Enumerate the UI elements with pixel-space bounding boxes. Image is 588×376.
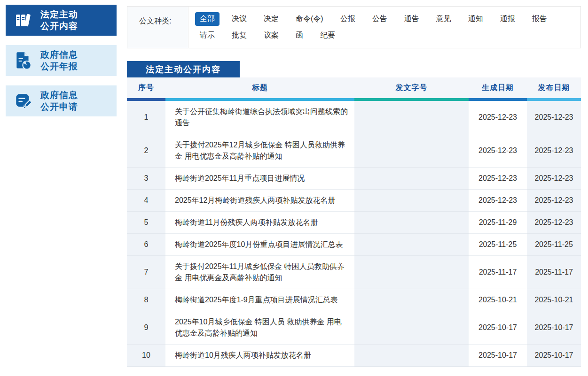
books-icon — [6, 11, 40, 30]
published-date-cell: 2025-10-21 — [527, 289, 581, 311]
serial-cell: 2 — [127, 134, 165, 168]
table-row: 10 梅岭街道10月残疾人两项补贴发放花名册 2025-10-17 2025-1… — [127, 345, 581, 367]
doc-number-cell — [354, 289, 469, 311]
created-date-cell: 2025-11-17 — [469, 256, 527, 289]
filter-option[interactable]: 通报 — [495, 12, 520, 26]
created-date-cell: 2025-10-17 — [469, 311, 527, 345]
document-pencil-icon — [6, 91, 40, 111]
serial-cell: 3 — [127, 168, 165, 190]
document-title-link[interactable]: 梅岭街道10月残疾人两项补贴发放花名册 — [165, 345, 354, 367]
col-header-serial: 序号 — [127, 77, 165, 98]
filter-label: 公文种类: — [127, 7, 188, 48]
table-row: 3 梅岭街道2025年11月重点项目进展情况 2025-12-23 2025-1… — [127, 168, 581, 190]
published-date-cell: 2025-12-23 — [527, 134, 581, 168]
sidebar-item-statutory-disclosure[interactable]: 法定主动 公开内容 — [6, 5, 117, 36]
filter-option[interactable]: 通知 — [463, 12, 488, 26]
created-date-cell: 2025-10-21 — [469, 289, 527, 311]
doc-number-cell — [354, 134, 469, 168]
published-date-cell: 2025-12-23 — [527, 212, 581, 234]
doc-number-cell — [354, 212, 469, 234]
sidebar-item-label: 政府信息 公开申请 — [40, 89, 78, 113]
document-title-link[interactable]: 梅岭街道2025年度1-9月重点项目进展情况汇总表 — [165, 289, 354, 311]
col-header-title: 标题 — [165, 77, 354, 98]
table-row: 6 梅岭街道2025年度10月份重点项目进展情况汇总表 2025-11-25 2… — [127, 234, 581, 256]
table-body: 1 关于公开征集梅岭街道综合执法领域突出问题线索的通告 2025-12-23 2… — [127, 101, 581, 367]
created-date-cell: 2025-12-23 — [469, 190, 527, 212]
table-row: 9 2025年10月城乡低保金 特困人员 救助供养金 用电优惠金及高龄补贴的通知… — [127, 311, 581, 345]
serial-cell: 10 — [127, 345, 165, 367]
filter-option[interactable]: 命令(令) — [291, 12, 328, 26]
sidebar-item-info-application[interactable]: 政府信息 公开申请 — [6, 85, 117, 116]
document-title-link[interactable]: 2025年12月梅岭街道残疾人两项补贴发放花名册 — [165, 190, 354, 212]
filter-option[interactable]: 报告 — [527, 12, 552, 26]
filter-option[interactable]: 意见 — [431, 12, 456, 26]
col-header-doc-number: 发文字号 — [354, 77, 469, 98]
published-date-cell: 2025-12-23 — [527, 190, 581, 212]
serial-cell: 4 — [127, 190, 165, 212]
created-date-cell: 2025-11-25 — [469, 234, 527, 256]
filter-option[interactable]: 批复 — [227, 29, 251, 42]
filter-option[interactable]: 函 — [291, 29, 308, 42]
filter-option[interactable]: 纪要 — [315, 29, 340, 42]
doc-number-cell — [354, 234, 469, 256]
filter-option[interactable]: 请示 — [195, 29, 220, 42]
sidebar-label-line2: 公开内容 — [40, 21, 78, 31]
col-header-created-date: 生成日期 — [469, 77, 527, 98]
created-date-cell: 2025-12-23 — [469, 168, 527, 190]
published-date-cell: 2025-10-17 — [527, 311, 581, 345]
published-date-cell: 2025-10-17 — [527, 345, 581, 367]
filter-option[interactable]: 公报 — [336, 12, 360, 26]
sidebar-item-label: 政府信息 公开年报 — [40, 49, 78, 72]
sidebar-item-annual-report[interactable]: 政府信息 公开年报 — [6, 45, 117, 76]
document-title-link[interactable]: 梅岭街道11月份残疾人两项补贴发放花名册 — [165, 212, 354, 234]
document-title-link[interactable]: 关于公开征集梅岭街道综合执法领域突出问题线索的通告 — [165, 101, 354, 134]
doc-number-cell — [354, 168, 469, 190]
serial-cell: 7 — [127, 256, 165, 289]
document-title-link[interactable]: 梅岭街道2025年11月重点项目进展情况 — [165, 168, 354, 190]
table-row: 4 2025年12月梅岭街道残疾人两项补贴发放花名册 2025-12-23 20… — [127, 190, 581, 212]
serial-cell: 5 — [127, 212, 165, 234]
doc-number-cell — [354, 311, 469, 345]
serial-cell: 8 — [127, 289, 165, 311]
created-date-cell: 2025-10-17 — [469, 345, 527, 367]
document-title-link[interactable]: 2025年10月城乡低保金 特困人员 救助供养金 用电优惠金及高龄补贴的通知 — [165, 311, 354, 345]
filter-option[interactable]: 议案 — [259, 29, 283, 42]
doc-number-cell — [354, 256, 469, 289]
filter-options: 全部决议决定命令(令)公报公告通告意见通知通报报告请示批复议案函纪要 — [188, 7, 580, 48]
filter-option-selected[interactable]: 全部 — [195, 12, 220, 26]
filter-option[interactable]: 通告 — [400, 12, 424, 26]
col-header-published-date: 发布日期 — [527, 77, 581, 98]
table-row: 1 关于公开征集梅岭街道综合执法领域突出问题线索的通告 2025-12-23 2… — [127, 101, 581, 134]
created-date-cell: 2025-11-29 — [469, 212, 527, 234]
document-title-link[interactable]: 关于拨付2025年11月城乡低保金 特困人员救助供养金 用电优惠金及高龄补贴的通… — [165, 256, 354, 289]
sidebar-label-line2: 公开年报 — [40, 61, 78, 71]
report-pie-icon — [6, 51, 40, 70]
published-date-cell: 2025-12-23 — [527, 168, 581, 190]
filter-option[interactable]: 公告 — [368, 12, 392, 26]
sidebar-item-label: 法定主动 公开内容 — [40, 8, 78, 32]
document-title-link[interactable]: 梅岭街道2025年度10月份重点项目进展情况汇总表 — [165, 234, 354, 256]
sidebar-label-line1: 法定主动 — [40, 9, 78, 19]
doc-number-cell — [354, 190, 469, 212]
filter-option[interactable]: 决定 — [259, 12, 283, 26]
published-date-cell: 2025-11-25 — [527, 234, 581, 256]
filter-options-row: 请示批复议案函纪要 — [195, 29, 578, 42]
sidebar-label-line1: 政府信息 — [40, 90, 78, 100]
filter-option[interactable]: 决议 — [227, 12, 251, 26]
published-date-cell: 2025-11-17 — [527, 256, 581, 289]
created-date-cell: 2025-12-23 — [469, 101, 527, 134]
serial-cell: 9 — [127, 311, 165, 345]
table-header-row: 序号 标题 发文字号 生成日期 发布日期 — [127, 77, 581, 98]
sidebar: 法定主动 公开内容 政府信息 公开年报 — [6, 5, 117, 126]
document-title-link[interactable]: 关于拨付2025年12月城乡低保金 特困人员救助供养金 用电优惠金及高龄补贴的通… — [165, 134, 354, 168]
filter-options-row: 全部决议决定命令(令)公报公告通告意见通知通报报告 — [195, 12, 578, 26]
sidebar-label-line1: 政府信息 — [40, 50, 78, 60]
table-row: 8 梅岭街道2025年度1-9月重点项目进展情况汇总表 2025-10-21 2… — [127, 289, 581, 311]
documents-table: 序号 标题 发文字号 生成日期 发布日期 1 关于公开征集梅岭街道综合执法领域突… — [127, 77, 581, 367]
section-title: 法定主动公开内容 — [146, 64, 221, 75]
document-type-filterbar: 公文种类: 全部决议决定命令(令)公报公告通告意见通知通报报告请示批复议案函纪要 — [127, 6, 581, 48]
filter-label-text: 公文种类: — [139, 17, 171, 25]
created-date-cell: 2025-12-23 — [469, 134, 527, 168]
section-title-tab: 法定主动公开内容 — [127, 61, 240, 77]
table-row: 2 关于拨付2025年12月城乡低保金 特困人员救助供养金 用电优惠金及高龄补贴… — [127, 134, 581, 168]
